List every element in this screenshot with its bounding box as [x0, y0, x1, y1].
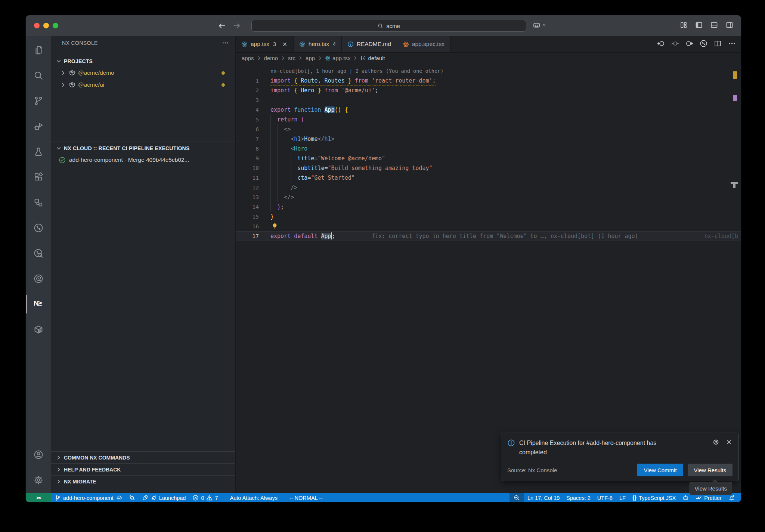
code-line-17[interactable]: 17export default App;fix: correct typo i…	[236, 231, 741, 241]
code-line-2[interactable]: 2import { Hero } from '@acme/ui';	[236, 86, 741, 95]
status-problems[interactable]: 07	[189, 493, 221, 502]
code-line-9[interactable]: 9 title="Welcome @acme/demo"	[236, 154, 741, 163]
breadcrumb-item-default[interactable]: default	[360, 55, 385, 61]
breadcrumb-item-app.tsx[interactable]: app.tsx	[325, 55, 350, 61]
code-line-16[interactable]: 16	[236, 222, 741, 231]
nav-back-arrow-icon[interactable]	[218, 22, 226, 30]
code-line-15[interactable]: 15}	[236, 212, 741, 222]
view-results-button[interactable]: View Results	[688, 464, 733, 476]
section-help-and-feedback[interactable]: HELP AND FEEDBACK	[51, 463, 235, 475]
status-language[interactable]: {}TypeScript JSX	[629, 493, 679, 502]
project-item[interactable]: @acme/demo	[51, 67, 235, 79]
close-icon[interactable]	[725, 439, 733, 446]
close-window-button[interactable]	[34, 23, 40, 28]
tab-app.tsx[interactable]: app.tsx3	[236, 36, 294, 52]
pipeline-item[interactable]: add-hero-component - Merge 409b44e5cb02.…	[51, 154, 235, 166]
commit-graph-button[interactable]	[700, 40, 707, 49]
activity-settings-gear[interactable]	[26, 467, 51, 493]
activity-linked-squares[interactable]	[26, 190, 51, 215]
token	[341, 106, 345, 113]
status-branch[interactable]: add-hero-component	[51, 493, 126, 502]
token: ()	[335, 106, 341, 113]
token: </>	[284, 194, 294, 201]
code-line-8[interactable]: 8 <Hero	[236, 144, 741, 154]
ellipsis-button[interactable]	[728, 40, 736, 49]
section-nx-cloud-header[interactable]: NX CLOUD :: RECENT CI PIPELINE EXECUTION…	[51, 143, 235, 154]
split-editor-button[interactable]	[714, 40, 722, 49]
status-eol[interactable]: LF	[616, 493, 629, 502]
layout-sidebar-button[interactable]	[695, 21, 703, 31]
token: >	[301, 136, 304, 142]
project-item[interactable]: @acme/ui	[51, 79, 235, 91]
activity-source-control[interactable]	[26, 88, 51, 114]
gear-icon[interactable]	[712, 439, 719, 446]
code-line-12[interactable]: 12 />	[236, 183, 741, 192]
tab-app.spec.tsx[interactable]: app.spec.tsx	[397, 36, 450, 52]
token: Routes	[325, 77, 345, 84]
nav-dot-button[interactable]	[671, 40, 679, 49]
activity-extensions[interactable]	[26, 164, 51, 190]
more-actions-icon[interactable]	[222, 40, 229, 46]
section-common-nx-commands[interactable]: COMMON NX COMMANDS	[51, 451, 235, 463]
layout-grid-button[interactable]	[679, 21, 688, 31]
section-projects[interactable]: PROJECTS	[51, 56, 235, 67]
activity-nx-console[interactable]: N≥	[26, 291, 51, 317]
token: ;	[332, 233, 335, 239]
activity-explorer[interactable]	[26, 37, 51, 63]
lightbulb-icon[interactable]	[271, 223, 278, 230]
status-cursor-position[interactable]: Ln 17, Col 19	[524, 493, 563, 502]
status-vim-mode[interactable]: -- NORMAL --	[286, 493, 326, 502]
layout-panel-button[interactable]	[710, 21, 718, 31]
nav-forward-arrow-icon[interactable]	[233, 22, 241, 30]
window-controls[interactable]	[34, 23, 58, 28]
code-editor[interactable]: nx-cloud[bot], 1 hour ago | 2 authors (Y…	[236, 63, 741, 493]
breadcrumb-item-demo[interactable]: demo	[264, 55, 278, 61]
status-launchpad[interactable]: Launchpad	[139, 493, 189, 502]
code-line-1[interactable]: 1import { Route, Routes } from 'react-ro…	[236, 76, 741, 86]
breadcrumb-item-app[interactable]: app	[306, 55, 315, 61]
nav-forward-button[interactable]	[685, 40, 693, 49]
tab-README.md[interactable]: README.md	[342, 36, 397, 52]
nav-dot-icon	[671, 40, 679, 47]
nav-back-button[interactable]	[657, 40, 665, 49]
code-text: }	[270, 212, 274, 222]
container-3d-icon	[34, 325, 43, 334]
search-value: acme	[386, 23, 400, 29]
activity-graph-search[interactable]	[26, 241, 51, 266]
activity-container-3d[interactable]	[26, 317, 51, 342]
code-line-11[interactable]: 11 cta="Get Started"	[236, 173, 741, 183]
copilot-menu[interactable]	[532, 21, 546, 29]
code-line-14[interactable]: 14 );	[236, 202, 741, 212]
minimize-window-button[interactable]	[43, 23, 49, 28]
code-line-3[interactable]: 3	[236, 95, 741, 105]
status-encoding[interactable]: UTF-8	[594, 493, 616, 502]
activity-search[interactable]	[26, 63, 51, 88]
code-line-5[interactable]: 5 return (	[236, 115, 741, 124]
activity-browser-swirl[interactable]	[26, 266, 51, 291]
code-line-10[interactable]: 10 subtitle="Build something amazing tod…	[236, 163, 741, 173]
layout-sidebar-icon	[695, 21, 703, 29]
status-indentation[interactable]: Spaces: 2	[563, 493, 594, 502]
code-line-13[interactable]: 13 </>	[236, 192, 741, 202]
remote-indicator[interactable]: ><	[26, 493, 51, 502]
breadcrumb-item-src[interactable]: src	[288, 55, 295, 61]
code-line-4[interactable]: 4export function App() {	[236, 105, 741, 115]
tab-hero.tsx[interactable]: hero.tsx4	[294, 36, 342, 52]
activity-account[interactable]	[26, 442, 51, 467]
section-nx-migrate[interactable]: NX MIGRATE	[51, 475, 235, 487]
chevron-down-icon	[56, 58, 62, 64]
view-commit-button[interactable]: View Commit	[637, 464, 683, 476]
activity-commit-graph[interactable]	[26, 215, 51, 241]
code-line-7[interactable]: 7 <h1>Home</h1>	[236, 134, 741, 144]
breadcrumb-item-apps[interactable]: apps	[242, 55, 254, 61]
command-center-search[interactable]: acme	[251, 20, 526, 32]
status-git-compare[interactable]	[126, 493, 139, 502]
activity-testing[interactable]	[26, 139, 51, 164]
maximize-window-button[interactable]	[53, 23, 58, 28]
status-auto-attach[interactable]: Auto Attach: Always	[227, 493, 281, 502]
layout-sidebar-right-button[interactable]	[725, 21, 734, 31]
status-zoom[interactable]	[510, 493, 524, 502]
close-tab-button[interactable]	[282, 41, 288, 47]
activity-run-debug[interactable]	[26, 114, 51, 139]
code-line-6[interactable]: 6 <>	[236, 124, 741, 134]
